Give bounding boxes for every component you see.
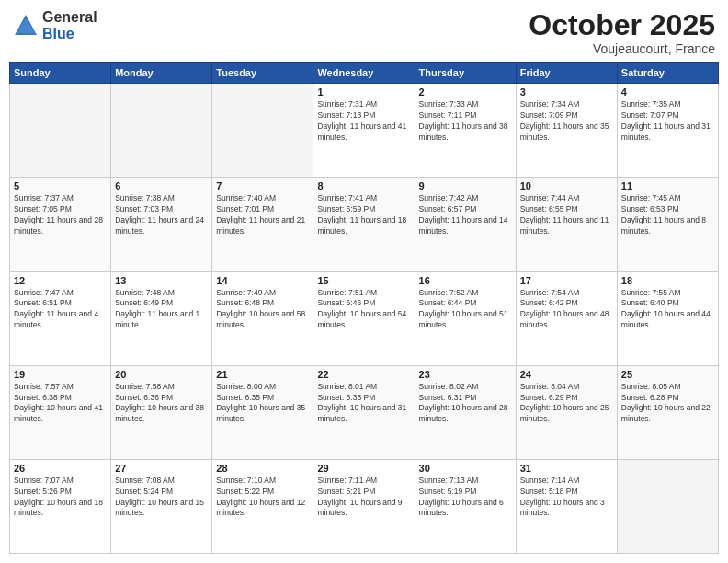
table-row: 11Sunrise: 7:45 AMSunset: 6:53 PMDayligh…: [617, 178, 718, 271]
logo-blue-label: Blue: [42, 26, 97, 42]
day-number: 9: [419, 180, 512, 191]
day-info: Sunrise: 7:41 AMSunset: 6:59 PMDaylight:…: [317, 193, 410, 237]
day-info: Sunrise: 7:31 AMSunset: 7:13 PMDaylight:…: [317, 99, 410, 144]
day-number: 20: [115, 369, 208, 380]
calendar-page: General Blue October 2025 Voujeaucourt, …: [0, 0, 728, 563]
table-row: 12Sunrise: 7:47 AMSunset: 6:51 PMDayligh…: [10, 271, 111, 365]
day-info: Sunrise: 7:35 AMSunset: 7:07 PMDaylight:…: [621, 99, 714, 144]
day-number: 3: [520, 86, 613, 98]
day-number: 27: [115, 463, 208, 474]
day-number: 16: [419, 275, 512, 286]
table-row: 13Sunrise: 7:48 AMSunset: 6:49 PMDayligh…: [111, 271, 212, 365]
col-wednesday: Wednesday: [313, 63, 415, 84]
table-row: 4Sunrise: 7:35 AMSunset: 7:07 PMDaylight…: [617, 84, 718, 178]
table-row: 14Sunrise: 7:49 AMSunset: 6:48 PMDayligh…: [212, 271, 313, 365]
location-label: Voujeaucourt, France: [529, 41, 715, 56]
table-row: [617, 459, 718, 553]
day-number: 11: [621, 180, 714, 191]
month-title: October 2025: [529, 9, 715, 41]
day-number: 29: [317, 463, 410, 474]
table-row: 16Sunrise: 7:52 AMSunset: 6:44 PMDayligh…: [415, 271, 516, 365]
day-number: 23: [419, 369, 512, 380]
table-row: 29Sunrise: 7:11 AMSunset: 5:21 PMDayligh…: [313, 459, 415, 553]
day-number: 4: [621, 86, 714, 98]
day-info: Sunrise: 7:49 AMSunset: 6:48 PMDaylight:…: [216, 288, 309, 332]
table-row: 3Sunrise: 7:34 AMSunset: 7:09 PMDaylight…: [516, 84, 617, 178]
day-info: Sunrise: 7:38 AMSunset: 7:03 PMDaylight:…: [115, 193, 208, 237]
day-info: Sunrise: 7:55 AMSunset: 6:40 PMDaylight:…: [621, 288, 714, 332]
table-row: 5Sunrise: 7:37 AMSunset: 7:05 PMDaylight…: [10, 178, 111, 271]
table-row: 30Sunrise: 7:13 AMSunset: 5:19 PMDayligh…: [415, 459, 516, 553]
day-info: Sunrise: 7:58 AMSunset: 6:36 PMDaylight:…: [115, 382, 208, 426]
col-friday: Friday: [516, 63, 617, 84]
day-number: 7: [216, 180, 309, 191]
table-row: 9Sunrise: 7:42 AMSunset: 6:57 PMDaylight…: [415, 178, 516, 271]
day-number: 12: [14, 275, 107, 286]
table-row: 15Sunrise: 7:51 AMSunset: 6:46 PMDayligh…: [313, 271, 415, 365]
table-row: 20Sunrise: 7:58 AMSunset: 6:36 PMDayligh…: [111, 365, 212, 459]
day-info: Sunrise: 7:34 AMSunset: 7:09 PMDaylight:…: [520, 99, 613, 144]
day-info: Sunrise: 7:45 AMSunset: 6:53 PMDaylight:…: [621, 193, 714, 237]
calendar-week-row: 12Sunrise: 7:47 AMSunset: 6:51 PMDayligh…: [10, 271, 719, 365]
day-info: Sunrise: 7:51 AMSunset: 6:46 PMDaylight:…: [317, 288, 410, 332]
day-number: 13: [115, 275, 208, 286]
col-saturday: Saturday: [617, 63, 718, 84]
table-row: 28Sunrise: 7:10 AMSunset: 5:22 PMDayligh…: [212, 459, 313, 553]
day-number: 25: [621, 369, 714, 380]
table-row: 24Sunrise: 8:04 AMSunset: 6:29 PMDayligh…: [516, 365, 617, 459]
day-info: Sunrise: 7:10 AMSunset: 5:22 PMDaylight:…: [216, 476, 309, 520]
calendar-week-row: 1Sunrise: 7:31 AMSunset: 7:13 PMDaylight…: [10, 84, 719, 178]
svg-marker-1: [17, 18, 35, 33]
logo: General Blue: [13, 9, 97, 41]
col-monday: Monday: [111, 63, 212, 84]
table-row: [10, 84, 111, 178]
day-info: Sunrise: 8:02 AMSunset: 6:31 PMDaylight:…: [419, 382, 512, 426]
table-row: 23Sunrise: 8:02 AMSunset: 6:31 PMDayligh…: [415, 365, 516, 459]
table-row: 27Sunrise: 7:08 AMSunset: 5:24 PMDayligh…: [111, 459, 212, 553]
day-number: 24: [520, 369, 613, 380]
col-tuesday: Tuesday: [212, 63, 313, 84]
day-info: Sunrise: 7:42 AMSunset: 6:57 PMDaylight:…: [419, 193, 512, 237]
table-row: 21Sunrise: 8:00 AMSunset: 6:35 PMDayligh…: [212, 365, 313, 459]
logo-general-label: General: [42, 9, 97, 26]
table-row: 2Sunrise: 7:33 AMSunset: 7:11 PMDaylight…: [415, 84, 516, 178]
table-row: 17Sunrise: 7:54 AMSunset: 6:42 PMDayligh…: [516, 271, 617, 365]
table-row: [212, 84, 313, 178]
calendar-week-row: 26Sunrise: 7:07 AMSunset: 5:26 PMDayligh…: [10, 459, 719, 553]
table-row: [111, 84, 212, 178]
day-number: 18: [621, 275, 714, 286]
day-info: Sunrise: 7:57 AMSunset: 6:38 PMDaylight:…: [14, 382, 107, 426]
day-info: Sunrise: 8:05 AMSunset: 6:28 PMDaylight:…: [621, 382, 714, 426]
day-number: 31: [520, 463, 613, 474]
calendar-header-row: Sunday Monday Tuesday Wednesday Thursday…: [10, 63, 719, 84]
day-info: Sunrise: 7:13 AMSunset: 5:19 PMDaylight:…: [419, 476, 512, 520]
day-number: 14: [216, 275, 309, 286]
day-info: Sunrise: 7:14 AMSunset: 5:18 PMDaylight:…: [520, 476, 613, 520]
day-info: Sunrise: 8:01 AMSunset: 6:33 PMDaylight:…: [317, 382, 410, 426]
day-number: 6: [115, 180, 208, 191]
day-number: 10: [520, 180, 613, 191]
day-info: Sunrise: 7:48 AMSunset: 6:49 PMDaylight:…: [115, 288, 208, 332]
table-row: 7Sunrise: 7:40 AMSunset: 7:01 PMDaylight…: [212, 178, 313, 271]
day-number: 28: [216, 463, 309, 474]
day-info: Sunrise: 8:00 AMSunset: 6:35 PMDaylight:…: [216, 382, 309, 426]
table-row: 26Sunrise: 7:07 AMSunset: 5:26 PMDayligh…: [10, 459, 111, 553]
calendar-week-row: 5Sunrise: 7:37 AMSunset: 7:05 PMDaylight…: [10, 178, 719, 271]
col-sunday: Sunday: [10, 63, 111, 84]
day-number: 15: [317, 275, 410, 286]
logo-icon: [13, 13, 39, 39]
day-info: Sunrise: 7:37 AMSunset: 7:05 PMDaylight:…: [14, 193, 107, 237]
day-info: Sunrise: 8:04 AMSunset: 6:29 PMDaylight:…: [520, 382, 613, 426]
day-number: 17: [520, 275, 613, 286]
calendar-table: Sunday Monday Tuesday Wednesday Thursday…: [9, 62, 719, 554]
day-info: Sunrise: 7:54 AMSunset: 6:42 PMDaylight:…: [520, 288, 613, 332]
logo-text: General Blue: [42, 9, 97, 41]
day-info: Sunrise: 7:07 AMSunset: 5:26 PMDaylight:…: [14, 476, 107, 520]
day-number: 8: [317, 180, 410, 191]
header: General Blue October 2025 Voujeaucourt, …: [9, 9, 719, 56]
table-row: 18Sunrise: 7:55 AMSunset: 6:40 PMDayligh…: [617, 271, 718, 365]
table-row: 6Sunrise: 7:38 AMSunset: 7:03 PMDaylight…: [111, 178, 212, 271]
day-info: Sunrise: 7:40 AMSunset: 7:01 PMDaylight:…: [216, 193, 309, 237]
day-number: 19: [14, 369, 107, 380]
day-number: 21: [216, 369, 309, 380]
